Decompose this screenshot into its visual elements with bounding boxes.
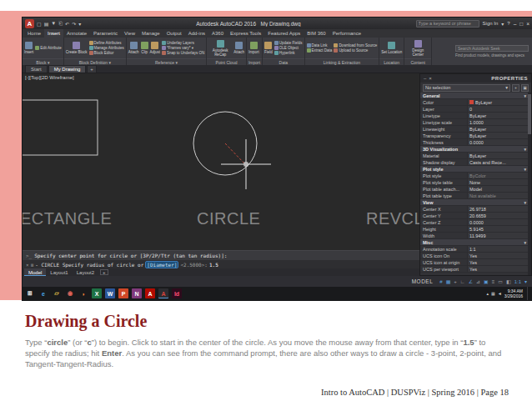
autocad-taskbar-icon[interactable]: A — [158, 288, 168, 298]
signin-button[interactable]: Sign In — [483, 21, 499, 26]
frames-vary-dropdown[interactable]: *Frames vary* ▾ — [162, 46, 204, 50]
field-button[interactable]: Field — [264, 42, 273, 54]
panel-label-linking[interactable]: Linking & Extraction — [305, 58, 379, 65]
viewport-controls[interactable]: [-][Top][2D Wireframe] — [25, 75, 74, 80]
lineweight-icon[interactable]: ≡ — [492, 279, 495, 284]
customization-icon[interactable]: ▾ — [524, 278, 527, 284]
tab-a360[interactable]: A360 — [208, 29, 227, 38]
property-row[interactable]: UCS per viewport Yes — [420, 266, 528, 273]
snap-icon[interactable]: ▦ — [446, 278, 451, 284]
property-row[interactable]: Lineweight ByLayer — [420, 126, 528, 133]
redo-icon[interactable]: ↷ — [72, 21, 76, 27]
model-space-button[interactable]: MODEL — [412, 278, 434, 284]
acrobat-icon[interactable]: A — [145, 288, 155, 298]
create-block-button[interactable]: Create Block — [66, 42, 88, 54]
property-row[interactable]: Width 11.9499 — [420, 233, 528, 239]
property-value[interactable]: ByLayer — [467, 133, 528, 138]
property-value[interactable]: 0.0000 — [467, 139, 528, 145]
tab-performance[interactable]: Performance — [329, 29, 364, 38]
search-input[interactable] — [416, 20, 479, 28]
isometric-drafting-icon[interactable]: ⊿ — [476, 278, 480, 284]
underlay-layers-button[interactable]: Underlay Layers — [162, 41, 204, 45]
property-value[interactable]: ByLayer — [467, 99, 528, 105]
select-objects-button[interactable]: ▣ — [521, 84, 529, 92]
selection-cycling-icon[interactable]: ◧ — [506, 278, 511, 284]
tab-view[interactable]: View — [121, 29, 138, 38]
property-value[interactable]: 0 — [467, 106, 528, 112]
toggle-pickadd-button[interactable]: + — [512, 84, 519, 92]
property-row[interactable]: UCS icon On Yes — [420, 253, 528, 259]
firefox-icon[interactable]: ◗ — [78, 288, 88, 298]
property-value[interactable]: Yes — [467, 253, 528, 258]
autodesk-recap-button[interactable]: Autodesk ReCap — [208, 40, 232, 57]
property-row[interactable]: Plot style ▾ — [420, 166, 528, 173]
excel-icon[interactable]: X — [92, 288, 102, 298]
data-link-button[interactable]: Data Link — [307, 43, 333, 48]
property-value[interactable]: ByColor — [467, 173, 528, 178]
command-customize-icon[interactable]: ≡ — [31, 262, 34, 268]
autocad-app-icon[interactable]: A — [25, 19, 34, 28]
tab-annotate[interactable]: Annotate — [63, 29, 90, 38]
property-row[interactable]: Layer 0 — [420, 106, 528, 113]
chevron-down-icon[interactable]: ▾ — [501, 21, 504, 27]
property-row[interactable]: Linetype ByLayer — [420, 113, 528, 119]
tab-output[interactable]: Output — [163, 29, 185, 38]
selection-dropdown[interactable]: No selection ▾ — [423, 84, 510, 92]
insert-button[interactable]: Insert — [24, 42, 33, 54]
property-row[interactable]: UCS icon at origin Yes — [420, 259, 528, 266]
attach-button[interactable]: Attach — [128, 42, 139, 54]
property-value[interactable]: None — [467, 179, 528, 185]
drawing-file-tab[interactable]: My Drawing — [48, 65, 87, 73]
property-row[interactable]: Plot table attach... Model — [420, 186, 528, 193]
property-row[interactable]: Transparency ByLayer — [420, 133, 528, 139]
property-row[interactable]: Color ByLayer — [420, 99, 528, 106]
download-from-source-button[interactable]: Download from Source — [334, 43, 377, 48]
start-file-tab[interactable]: Start — [25, 65, 48, 73]
extract-data-button[interactable]: Extract Data — [307, 48, 333, 53]
internet-explorer-icon[interactable]: e — [38, 288, 48, 298]
polar-tracking-icon[interactable]: ∠ — [469, 278, 473, 284]
edit-attribute-button[interactable]: Edit Attribute — [35, 46, 62, 50]
property-value[interactable]: 1:1 — [467, 246, 528, 252]
transparency-icon[interactable]: ▭ — [498, 278, 503, 284]
property-value[interactable]: Model — [467, 186, 528, 192]
new-icon[interactable]: ▢ — [37, 21, 42, 27]
panel-label-data[interactable]: Data — [263, 58, 304, 65]
property-value[interactable]: 26.9718 — [467, 206, 528, 212]
clip-button[interactable]: Clip — [141, 42, 148, 54]
model-tab[interactable]: Model — [24, 268, 46, 276]
new-layout-tab[interactable]: + — [100, 269, 108, 275]
property-value[interactable]: Yes — [467, 266, 528, 272]
undo-icon[interactable]: ↶ — [65, 21, 69, 27]
help-icon[interactable]: ? — [507, 21, 509, 26]
property-row[interactable]: Height 5.9145 — [420, 226, 528, 233]
powerpoint-icon[interactable]: P — [118, 288, 128, 298]
property-value[interactable]: Casts and Rece... — [467, 159, 528, 165]
manage-attributes-button[interactable]: Manage Attributes — [89, 46, 124, 50]
property-value[interactable]: 0.0000 — [467, 219, 528, 225]
property-row[interactable]: Material ByLayer — [420, 153, 528, 159]
chrome-icon[interactable]: ◉ — [65, 288, 75, 298]
tab-manage[interactable]: Manage — [138, 29, 163, 38]
property-value[interactable]: ByLayer — [467, 126, 528, 132]
close-button[interactable]: × — [526, 21, 529, 27]
property-row[interactable]: Misc ▾ — [420, 239, 528, 246]
minimize-button[interactable]: – — [514, 21, 517, 27]
property-row[interactable]: General ▾ — [420, 93, 528, 99]
palette-close-icon[interactable]: × — [429, 76, 432, 81]
panel-label-block-definition[interactable]: Block Definition ▾ — [64, 58, 126, 65]
scrollbar-thumb[interactable] — [528, 94, 531, 134]
property-row[interactable]: Annotation scale 1:1 — [420, 246, 528, 253]
command-close-icon[interactable]: × — [26, 262, 29, 268]
block-editor-button[interactable]: Block Editor — [89, 51, 124, 55]
tray-expand-icon[interactable]: ▴ — [487, 291, 489, 296]
layout2-tab[interactable]: Layout2 — [73, 268, 98, 276]
network-icon[interactable]: ▦ — [491, 291, 495, 296]
onenote-icon[interactable]: N — [132, 288, 142, 298]
tab-insert[interactable]: Insert — [44, 29, 63, 38]
attach-pointcloud-button[interactable]: Attach — [233, 42, 244, 54]
property-value[interactable]: 20.6659 — [467, 213, 528, 218]
annotation-scale-button[interactable]: 1:1 — [514, 279, 521, 284]
volume-icon[interactable]: ◄ — [498, 291, 502, 296]
set-location-button[interactable]: Set Location — [381, 42, 402, 54]
